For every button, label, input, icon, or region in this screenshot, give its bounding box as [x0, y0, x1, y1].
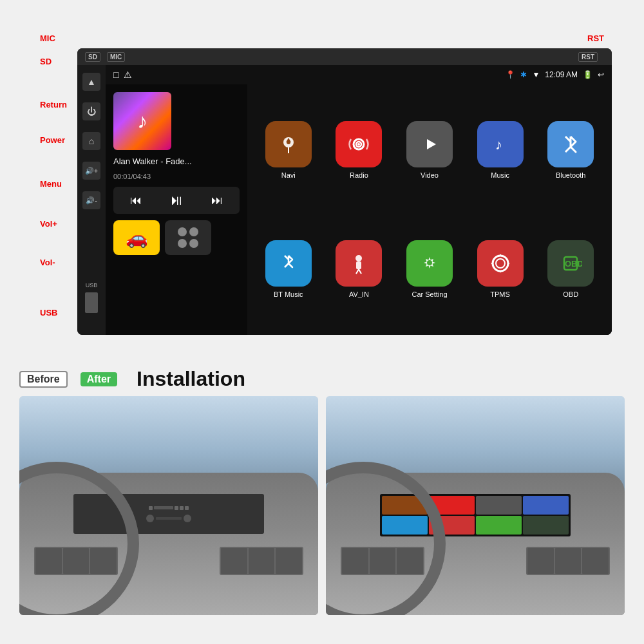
- play-pause-button[interactable]: ⏯: [169, 192, 184, 209]
- radio-label: Radio: [350, 171, 368, 179]
- dot-4: [189, 239, 198, 248]
- after-badge: After: [80, 372, 117, 386]
- battery-icon: 🔋: [583, 70, 592, 79]
- app-tpms[interactable]: TPMS: [468, 213, 533, 327]
- vol-plus-button[interactable]: 🔊+: [82, 162, 100, 180]
- left-panel: ▲ ⏻ ⌂ 🔊+ 🔊- USB: [77, 65, 106, 335]
- music-panel: ♪ Alan Walker - Fade... 00:01/04:43 ⏮ ⏯ …: [106, 84, 247, 335]
- power-button[interactable]: ⏻: [82, 102, 100, 120]
- app-car-setting[interactable]: Car Setting: [397, 213, 462, 327]
- svg-rect-8: [356, 261, 361, 269]
- return-button[interactable]: ▲: [82, 73, 100, 91]
- before-badge: Before: [19, 371, 68, 388]
- label-menu: Menu: [40, 179, 62, 189]
- car-head-unit: SD MIC RST ▲ ⏻ ⌂ 🔊+ 🔊- USB: [77, 48, 612, 335]
- home-icon: □: [113, 70, 118, 80]
- app-av-in[interactable]: AV_IN: [327, 213, 392, 327]
- top-strip: SD MIC RST: [77, 48, 612, 65]
- app-obd[interactable]: OBD OBD: [538, 213, 603, 327]
- navi-icon: [265, 121, 312, 167]
- installation-header: Before After Installation: [19, 367, 625, 391]
- mic-label: MIC: [107, 52, 125, 62]
- video-icon: [406, 121, 453, 167]
- usb-port[interactable]: [85, 292, 98, 313]
- bluetooth-icon: ✱: [520, 70, 527, 79]
- label-volminus: Vol-: [40, 258, 55, 267]
- music-icon: ♪: [477, 121, 524, 167]
- car-setting-icon: [406, 240, 453, 287]
- rst-label: RST: [578, 52, 598, 62]
- av-in-label: AV_IN: [349, 290, 369, 298]
- app-radio[interactable]: Radio: [327, 93, 392, 207]
- back-icon: ↩: [598, 70, 604, 79]
- label-rst: RST: [587, 33, 604, 43]
- wifi-icon: ▼: [532, 70, 540, 79]
- bt-music-icon: [265, 240, 312, 287]
- car-setting-label: Car Setting: [412, 290, 447, 298]
- svg-marker-5: [427, 139, 436, 149]
- bluetooth-label: Bluetooth: [556, 171, 585, 179]
- album-art: ♪: [113, 92, 171, 150]
- svg-text:OBD: OBD: [565, 259, 582, 269]
- status-left-icons: □ ⚠: [113, 70, 132, 80]
- label-sd: SD: [40, 57, 52, 66]
- label-power: Power: [40, 135, 65, 145]
- dot-2: [189, 227, 198, 236]
- app-navi[interactable]: Navi: [256, 93, 321, 207]
- dot-3: [178, 239, 187, 248]
- dots-button[interactable]: [165, 220, 211, 255]
- svg-point-9: [427, 260, 432, 265]
- main-content: ♪ Alan Walker - Fade... 00:01/04:43 ⏮ ⏯ …: [106, 84, 612, 335]
- svg-point-11: [496, 259, 505, 268]
- menu-button[interactable]: ⌂: [82, 132, 100, 150]
- svg-point-1: [287, 140, 290, 144]
- prev-button[interactable]: ⏮: [130, 194, 142, 207]
- car-icon-button[interactable]: 🚗: [113, 220, 160, 255]
- av-in-icon: [336, 240, 382, 287]
- installation-title: Installation: [137, 367, 245, 391]
- label-usb: USB: [40, 308, 57, 317]
- app-bt-music[interactable]: BT Music: [256, 213, 321, 327]
- before-image: [19, 396, 318, 615]
- svg-point-7: [355, 255, 362, 261]
- tpms-icon: [477, 240, 524, 287]
- bluetooth-icon-app: [547, 121, 594, 167]
- svg-point-4: [357, 143, 360, 146]
- vol-minus-button[interactable]: 🔊-: [82, 191, 100, 209]
- obd-icon: OBD: [547, 240, 594, 287]
- svg-text:♪: ♪: [495, 137, 502, 153]
- music-controls[interactable]: ⏮ ⏯ ⏭: [113, 187, 240, 214]
- video-label: Video: [421, 171, 439, 179]
- music-bottom-controls: 🚗: [113, 220, 240, 255]
- status-right-area: 📍 ✱ ▼ 12:09 AM 🔋 ↩: [506, 70, 604, 79]
- top-section: MIC RST SD Return Power Menu Vol+ Vol- U…: [0, 0, 644, 361]
- next-button[interactable]: ⏭: [211, 194, 223, 207]
- song-title: Alan Walker - Fade...: [113, 156, 240, 166]
- dots-grid: [178, 227, 198, 248]
- app-bluetooth[interactable]: Bluetooth: [538, 93, 603, 207]
- tpms-label: TPMS: [490, 290, 510, 298]
- sd-label: SD: [85, 52, 100, 62]
- label-return: Return: [40, 100, 67, 109]
- bt-music-label: BT Music: [274, 290, 303, 298]
- bottom-section: Before After Installation: [0, 361, 644, 644]
- dot-1: [178, 227, 187, 236]
- radio-icon: [336, 121, 382, 167]
- music-time: 00:01/04:43: [113, 173, 240, 180]
- music-label: Music: [491, 171, 509, 179]
- app-video[interactable]: Video: [397, 93, 462, 207]
- status-bar: □ ⚠ 📍 ✱ ▼ 12:09 AM 🔋 ↩: [106, 65, 612, 84]
- usb-label-text: USB: [86, 282, 98, 289]
- device-screen: □ ⚠ 📍 ✱ ▼ 12:09 AM 🔋 ↩: [106, 65, 612, 335]
- car-images-row: [19, 396, 625, 615]
- obd-label: OBD: [563, 290, 578, 298]
- warning-icon: ⚠: [124, 70, 132, 80]
- label-mic: MIC: [40, 33, 55, 43]
- label-volplus: Vol+: [40, 219, 57, 229]
- location-icon: 📍: [506, 70, 515, 79]
- navi-label: Navi: [281, 171, 296, 179]
- app-music[interactable]: ♪ Music: [468, 93, 533, 207]
- after-image: [326, 396, 625, 615]
- clock: 12:09 AM: [545, 70, 578, 79]
- svg-point-10: [493, 256, 508, 271]
